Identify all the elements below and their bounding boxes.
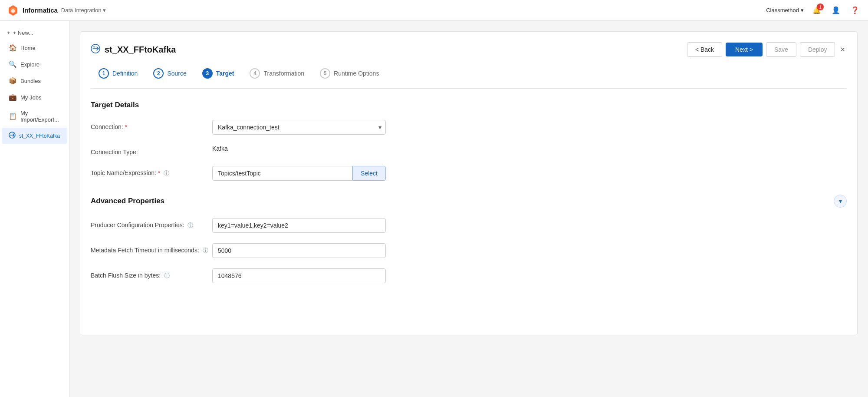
step-num-5: 5	[320, 68, 330, 79]
new-button[interactable]: + + New...	[0, 26, 69, 40]
metadata-timeout-field: Metadata Fetch Timeout in milliseconds: …	[91, 243, 847, 258]
advanced-toggle-button[interactable]: ▾	[834, 195, 847, 208]
import-export-icon: 📋	[9, 112, 17, 120]
user-profile-button[interactable]: 👤	[830, 4, 842, 16]
producer-config-help-icon[interactable]: ⓘ	[187, 222, 193, 228]
sidebar: + + New... 🏠 Home 🔍 Explore 📦 Bundles 💼 …	[0, 21, 69, 397]
wizard-step-definition[interactable]: 1 Definition	[91, 66, 145, 81]
step-num-2: 2	[153, 68, 164, 79]
sidebar-item-bundles[interactable]: 📦 Bundles	[2, 73, 67, 89]
help-button[interactable]: ❓	[849, 4, 861, 16]
top-header: Informatica Data Integration ▾ Classmeth…	[0, 0, 868, 21]
batch-flush-input[interactable]	[212, 268, 386, 283]
advanced-properties-section: Advanced Properties ▾ Producer Configura…	[91, 195, 847, 283]
connection-value: Kafka_connection_test ▾	[212, 120, 386, 135]
metadata-timeout-help-icon[interactable]: ⓘ	[203, 247, 208, 254]
save-button[interactable]: Save	[766, 42, 796, 57]
topic-input-group: Select	[212, 166, 386, 181]
explore-icon: 🔍	[9, 60, 17, 68]
wizard-step-target[interactable]: 3 Target	[194, 66, 242, 81]
topic-help-icon[interactable]: ⓘ	[164, 170, 169, 176]
layout: + + New... 🏠 Home 🔍 Explore 📦 Bundles 💼 …	[0, 0, 868, 397]
sidebar-item-explore[interactable]: 🔍 Explore	[2, 56, 67, 72]
integration-icon	[9, 132, 16, 140]
metadata-timeout-label: Metadata Fetch Timeout in milliseconds: …	[91, 243, 212, 255]
connection-type-field: Connection Type: Kafka	[91, 145, 847, 155]
step-num-1: 1	[99, 68, 109, 79]
producer-config-input[interactable]	[212, 218, 386, 233]
producer-config-label: Producer Configuration Properties: ⓘ	[91, 218, 212, 229]
target-details-title: Target Details	[91, 101, 847, 109]
header-left: Informatica Data Integration ▾	[7, 4, 106, 17]
metadata-timeout-value	[212, 243, 386, 258]
connection-type-value: Kafka	[212, 145, 386, 152]
wizard-step-runtime-options[interactable]: 5 Runtime Options	[312, 66, 387, 81]
sidebar-item-my-import-export[interactable]: 📋 My Import/Export...	[2, 106, 67, 127]
chevron-down-icon: ▾	[103, 7, 106, 13]
connection-type-static: Kafka	[212, 142, 228, 152]
connection-select[interactable]: Kafka_connection_test	[212, 120, 386, 135]
target-details-section: Target Details Connection: * Kafka_conne…	[91, 101, 847, 181]
advanced-properties-title: Advanced Properties	[91, 197, 164, 205]
main-content: st_XX_FFtoKafka < Back Next > Save Deplo…	[69, 21, 868, 397]
batch-flush-help-icon[interactable]: ⓘ	[164, 272, 170, 279]
batch-flush-field: Batch Flush Size in bytes: ⓘ	[91, 268, 847, 283]
informatica-logo-icon	[7, 4, 19, 17]
page-icon	[91, 44, 100, 56]
connection-required: *	[125, 123, 127, 130]
producer-config-value	[212, 218, 386, 233]
connection-label: Connection: *	[91, 120, 212, 130]
metadata-timeout-input[interactable]	[212, 243, 386, 258]
org-selector[interactable]: Classmethod ▾	[766, 7, 804, 13]
producer-config-field: Producer Configuration Properties: ⓘ	[91, 218, 847, 233]
page-header: st_XX_FFtoKafka < Back Next > Save Deplo…	[91, 42, 847, 57]
topic-name-label: Topic Name/Expression: * ⓘ	[91, 166, 212, 177]
step-num-4: 4	[250, 68, 260, 79]
topic-name-input[interactable]	[212, 166, 352, 181]
wizard-step-source[interactable]: 2 Source	[145, 66, 194, 81]
header-actions: < Back Next > Save Deploy ×	[687, 42, 847, 57]
batch-flush-label: Batch Flush Size in bytes: ⓘ	[91, 268, 212, 280]
page-card: st_XX_FFtoKafka < Back Next > Save Deplo…	[80, 31, 858, 335]
connection-type-label: Connection Type:	[91, 145, 212, 155]
topic-name-field: Topic Name/Expression: * ⓘ Select	[91, 166, 847, 181]
notification-badge: 1	[817, 3, 824, 10]
batch-flush-value	[212, 268, 386, 283]
wizard-step-transformation[interactable]: 4 Transformation	[242, 66, 312, 81]
sidebar-item-st-xx-ff-to-kafka[interactable]: st_XX_FFtoKafka	[2, 128, 67, 144]
topic-select-button[interactable]: Select	[352, 166, 386, 181]
next-button[interactable]: Next >	[726, 43, 763, 56]
back-button[interactable]: < Back	[687, 42, 722, 57]
page-title-area: st_XX_FFtoKafka	[91, 44, 176, 56]
connection-field: Connection: * Kafka_connection_test ▾	[91, 120, 847, 135]
chevron-down-icon: ▾	[801, 7, 804, 13]
step-num-3: 3	[202, 68, 213, 79]
advanced-properties-header: Advanced Properties ▾	[91, 195, 847, 208]
topic-name-value: Select	[212, 166, 386, 181]
sidebar-item-my-jobs[interactable]: 💼 My Jobs	[2, 89, 67, 105]
connection-select-wrapper: Kafka_connection_test ▾	[212, 120, 386, 135]
topic-required: *	[158, 169, 160, 176]
app-name: Informatica	[23, 7, 58, 14]
deploy-button[interactable]: Deploy	[800, 42, 835, 57]
notifications-button[interactable]: 🔔 1	[811, 4, 823, 16]
bundles-icon: 📦	[9, 77, 17, 85]
close-button[interactable]: ×	[838, 43, 847, 56]
page-title: st_XX_FFtoKafka	[105, 45, 176, 55]
sidebar-item-home[interactable]: 🏠 Home	[2, 40, 67, 56]
app-sub: Data Integration ▾	[61, 7, 106, 13]
header-right: Classmethod ▾ 🔔 1 👤 ❓	[766, 4, 861, 16]
wizard-steps: 1 Definition 2 Source 3 Target 4 Transfo…	[91, 66, 847, 89]
my-jobs-icon: 💼	[9, 93, 17, 101]
home-icon: 🏠	[9, 44, 17, 52]
plus-icon: +	[7, 30, 10, 36]
